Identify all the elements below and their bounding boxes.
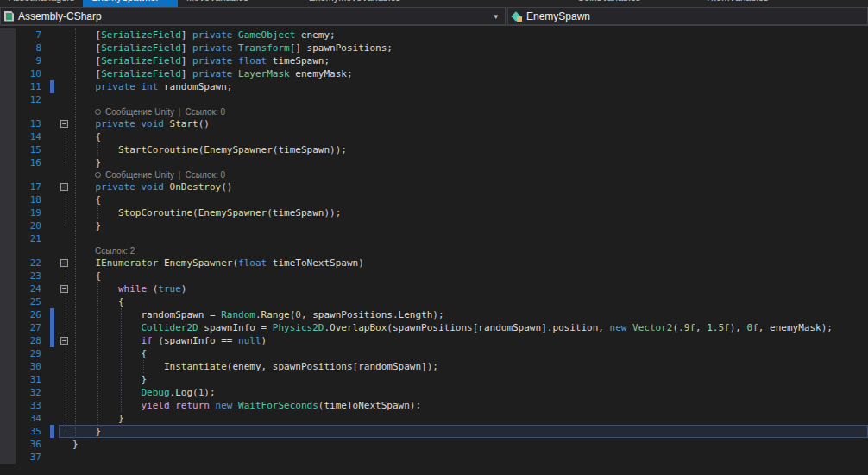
code-line[interactable]: } bbox=[72, 412, 868, 425]
indicator-margin[interactable] bbox=[0, 282, 16, 295]
close-icon[interactable]: × bbox=[164, 0, 169, 3]
codelens-item[interactable]: Сообщение Unity bbox=[105, 106, 174, 117]
line-number[interactable]: 34 bbox=[16, 412, 47, 425]
code-line[interactable]: { bbox=[72, 269, 868, 282]
indicator-margin[interactable] bbox=[0, 360, 16, 373]
code-line[interactable]: } bbox=[72, 219, 868, 232]
indicator-margin[interactable] bbox=[0, 295, 16, 308]
codelens-item[interactable]: Ссылок: 0 bbox=[186, 169, 225, 180]
line-number[interactable]: 30 bbox=[16, 360, 47, 373]
indicator-margin[interactable] bbox=[0, 438, 16, 451]
indicator-margin[interactable] bbox=[0, 451, 16, 464]
fold-collapse-icon[interactable]: − bbox=[60, 120, 68, 128]
indicator-margin[interactable] bbox=[0, 93, 16, 106]
indicator-margin[interactable] bbox=[0, 386, 16, 399]
indicator-margin[interactable] bbox=[0, 28, 16, 41]
line-number[interactable]: 8 bbox=[16, 41, 47, 54]
code-line[interactable]: [SerializeField] private GameObject enem… bbox=[72, 28, 868, 41]
indicator-margin[interactable] bbox=[0, 412, 16, 425]
line-number[interactable]: 14 bbox=[16, 130, 47, 143]
project-dropdown[interactable]: Assembly-CSharp ▾ bbox=[0, 7, 506, 25]
line-number[interactable]: 28 bbox=[16, 334, 47, 347]
line-number[interactable]: 27 bbox=[16, 321, 47, 334]
chevron-down-icon[interactable]: ▾ bbox=[494, 12, 501, 21]
line-number[interactable]: 9 bbox=[16, 54, 47, 67]
indicator-margin[interactable] bbox=[0, 106, 16, 117]
code-line[interactable]: randomSpawn = Random.Range(0, spawnPosit… bbox=[72, 308, 868, 321]
code-line[interactable]: IEnumerator EnemySpawner(float timeToNex… bbox=[72, 256, 868, 269]
indicator-margin[interactable] bbox=[0, 373, 16, 386]
line-number[interactable]: 10 bbox=[16, 67, 47, 80]
fold-collapse-icon[interactable]: − bbox=[60, 259, 68, 267]
indicator-margin[interactable] bbox=[0, 269, 16, 282]
code-line[interactable] bbox=[72, 93, 868, 106]
indicator-margin[interactable] bbox=[0, 425, 16, 438]
code-line[interactable]: if (spawnInfo == null) bbox=[72, 334, 868, 347]
code-line[interactable]: { bbox=[72, 295, 868, 308]
line-number[interactable]: 35 bbox=[16, 425, 47, 438]
fold-collapse-icon[interactable]: − bbox=[60, 285, 68, 293]
codelens-item[interactable]: Ссылок: 2 bbox=[95, 245, 135, 256]
line-number[interactable]: 16 bbox=[16, 156, 47, 169]
indicator-margin[interactable] bbox=[0, 206, 16, 219]
indicator-margin[interactable] bbox=[0, 256, 16, 269]
line-number[interactable]: 33 bbox=[16, 399, 47, 412]
code-line[interactable]: } bbox=[72, 438, 868, 451]
indicator-margin[interactable] bbox=[0, 180, 16, 193]
line-number[interactable] bbox=[16, 169, 47, 180]
line-number[interactable]: 20 bbox=[16, 219, 47, 232]
tab-enemymovevariables[interactable]: EnemyMoveVariables bbox=[300, 0, 409, 7]
indicator-margin[interactable] bbox=[0, 347, 16, 360]
indicator-margin[interactable] bbox=[0, 232, 16, 245]
indicator-margin[interactable] bbox=[0, 169, 16, 180]
tab-movevariables[interactable]: MoveVariables bbox=[178, 0, 257, 7]
indicator-margin[interactable] bbox=[0, 41, 16, 54]
line-number[interactable]: 17 bbox=[16, 180, 47, 193]
indicator-margin[interactable] bbox=[0, 245, 16, 256]
code-line[interactable]: } bbox=[72, 425, 868, 438]
codelens[interactable]: Сообщение Unity|Ссылок: 0 bbox=[72, 106, 868, 117]
code-line[interactable]: } bbox=[72, 156, 868, 169]
indicator-margin[interactable] bbox=[0, 219, 16, 232]
line-number[interactable]: 26 bbox=[16, 308, 47, 321]
tab-coinsvariables[interactable]: CoinsVariables bbox=[569, 0, 649, 7]
code-line[interactable]: StopCoroutine(EnemySpawner(timeSpawn)); bbox=[72, 206, 868, 219]
type-dropdown[interactable]: EnemySpawn bbox=[507, 7, 868, 25]
code-line[interactable]: [SerializeField] private float timeSpawn… bbox=[72, 54, 868, 67]
codelens-item[interactable]: Сообщение Unity bbox=[105, 169, 174, 180]
indicator-margin[interactable] bbox=[0, 130, 16, 143]
line-number[interactable]: 23 bbox=[16, 269, 47, 282]
line-number[interactable] bbox=[16, 245, 47, 256]
code-line[interactable]: Debug.Log(1); bbox=[72, 386, 868, 399]
line-number[interactable]: 19 bbox=[16, 206, 47, 219]
line-number[interactable]: 29 bbox=[16, 347, 47, 360]
code-line[interactable]: } bbox=[72, 373, 868, 386]
codelens[interactable]: Ссылок: 2 bbox=[72, 245, 868, 256]
code-line[interactable]: { bbox=[72, 130, 868, 143]
code-line[interactable]: { bbox=[72, 193, 868, 206]
line-number[interactable]: 12 bbox=[16, 93, 47, 106]
line-number[interactable]: 31 bbox=[16, 373, 47, 386]
line-number[interactable]: 21 bbox=[16, 232, 47, 245]
code-line[interactable]: { bbox=[72, 347, 868, 360]
codelens-item[interactable]: Ссылок: 0 bbox=[186, 106, 225, 117]
code-line[interactable]: private void Start() bbox=[72, 117, 868, 130]
code-line[interactable]: private void OnDestroy() bbox=[72, 180, 868, 193]
indicator-margin[interactable] bbox=[0, 117, 16, 130]
codelens[interactable]: Сообщение Unity|Ссылок: 0 bbox=[72, 169, 868, 180]
line-number[interactable]: 24 bbox=[16, 282, 47, 295]
line-number[interactable]: 7 bbox=[16, 28, 47, 41]
indicator-margin[interactable] bbox=[0, 399, 16, 412]
indicator-margin[interactable] bbox=[0, 156, 16, 169]
code-line[interactable]: Instantiate(enemy, spawnPositions[random… bbox=[72, 360, 868, 373]
line-number[interactable]: 15 bbox=[16, 143, 47, 156]
fold-collapse-icon[interactable]: − bbox=[60, 337, 68, 345]
code-line[interactable]: while (true) bbox=[72, 282, 868, 295]
code-editor[interactable]: 7 [SerializeField] private GameObject en… bbox=[0, 26, 868, 475]
code-line[interactable]: Collider2D spawnInfo = Physics2D.Overlap… bbox=[72, 321, 868, 334]
line-number[interactable]: 37 bbox=[16, 451, 47, 464]
line-number[interactable]: 32 bbox=[16, 386, 47, 399]
line-number[interactable]: 11 bbox=[16, 80, 47, 93]
indicator-margin[interactable] bbox=[0, 80, 16, 93]
indicator-margin[interactable] bbox=[0, 143, 16, 156]
